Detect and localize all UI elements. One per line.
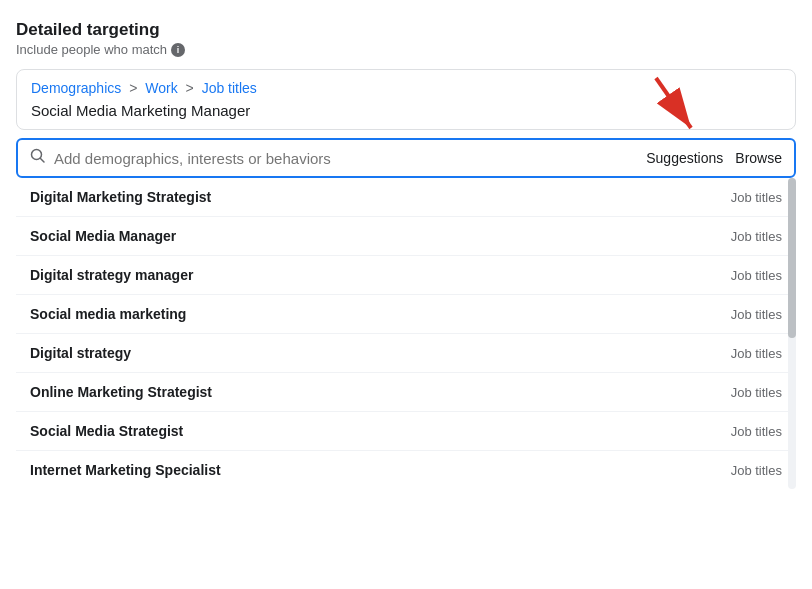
breadcrumb-work[interactable]: Work	[145, 80, 177, 96]
table-row[interactable]: Social media marketing Job titles	[16, 295, 796, 334]
search-icon	[30, 148, 46, 168]
result-category-4: Job titles	[731, 346, 782, 361]
scrollbar-thumb[interactable]	[788, 178, 796, 338]
result-name-3: Social media marketing	[30, 306, 186, 322]
selected-tag-box: Demographics > Work > Job titles Social …	[16, 69, 796, 130]
results-list: Digital Marketing Strategist Job titles …	[16, 178, 796, 489]
table-row[interactable]: Internet Marketing Specialist Job titles	[16, 451, 796, 489]
suggestions-button[interactable]: Suggestions	[646, 150, 723, 166]
table-row[interactable]: Social Media Manager Job titles	[16, 217, 796, 256]
table-row[interactable]: Digital Marketing Strategist Job titles	[16, 178, 796, 217]
result-category-0: Job titles	[731, 190, 782, 205]
svg-line-3	[41, 159, 45, 163]
result-name-5: Online Marketing Strategist	[30, 384, 212, 400]
search-wrapper: Suggestions Browse Digital Marketing Str…	[16, 138, 796, 489]
section-title: Detailed targeting	[16, 20, 796, 40]
info-icon[interactable]: i	[171, 43, 185, 57]
table-row[interactable]: Digital strategy Job titles	[16, 334, 796, 373]
search-input[interactable]	[54, 150, 638, 167]
breadcrumb-sep2: >	[186, 80, 194, 96]
result-category-3: Job titles	[731, 307, 782, 322]
selected-tag-value: Social Media Marketing Manager	[31, 102, 781, 119]
search-actions: Suggestions Browse	[646, 150, 782, 166]
breadcrumb-job-titles[interactable]: Job titles	[202, 80, 257, 96]
result-category-7: Job titles	[731, 463, 782, 478]
result-category-6: Job titles	[731, 424, 782, 439]
table-row[interactable]: Social Media Strategist Job titles	[16, 412, 796, 451]
result-name-7: Internet Marketing Specialist	[30, 462, 221, 478]
result-name-1: Social Media Manager	[30, 228, 176, 244]
section-subtitle: Include people who match i	[16, 42, 796, 57]
result-name-2: Digital strategy manager	[30, 267, 193, 283]
result-name-4: Digital strategy	[30, 345, 131, 361]
table-row[interactable]: Online Marketing Strategist Job titles	[16, 373, 796, 412]
result-category-1: Job titles	[731, 229, 782, 244]
result-category-2: Job titles	[731, 268, 782, 283]
result-category-5: Job titles	[731, 385, 782, 400]
result-name-6: Social Media Strategist	[30, 423, 183, 439]
results-container: Digital Marketing Strategist Job titles …	[16, 178, 796, 489]
breadcrumb-demographics[interactable]: Demographics	[31, 80, 121, 96]
scrollbar-track	[788, 178, 796, 489]
subtitle-text: Include people who match	[16, 42, 167, 57]
breadcrumb-sep1: >	[129, 80, 137, 96]
breadcrumb: Demographics > Work > Job titles	[31, 80, 781, 96]
browse-button[interactable]: Browse	[735, 150, 782, 166]
result-name-0: Digital Marketing Strategist	[30, 189, 211, 205]
table-row[interactable]: Digital strategy manager Job titles	[16, 256, 796, 295]
search-box: Suggestions Browse	[16, 138, 796, 178]
section-header: Detailed targeting Include people who ma…	[16, 20, 796, 57]
